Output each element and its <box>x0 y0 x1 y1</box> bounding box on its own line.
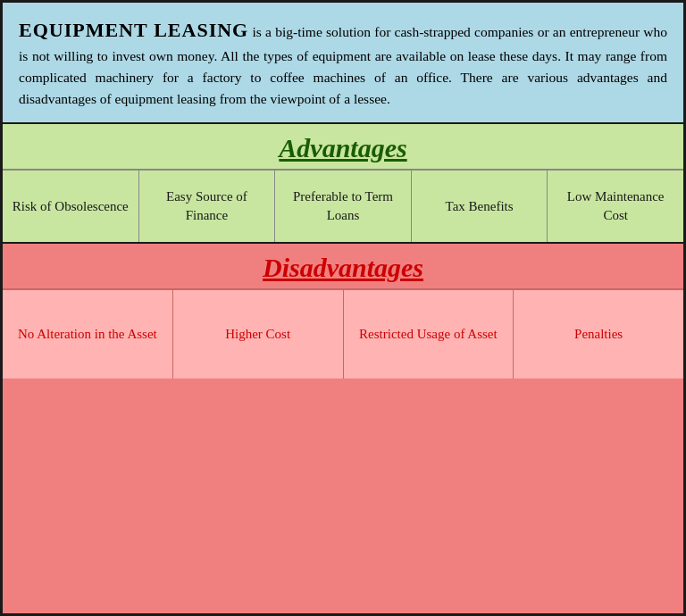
dis-cell-3: Penalties <box>514 289 683 379</box>
disadvantages-grid: No Alteration in the Asset Higher Cost R… <box>3 289 683 379</box>
adv-label-2: Preferable to Term Loans <box>284 187 402 225</box>
adv-cell-3: Tax Benefits <box>412 171 548 242</box>
adv-label-3: Tax Benefits <box>446 197 514 216</box>
advantages-grid: Risk of Obsolescence Easy Source of Fina… <box>3 171 683 242</box>
disadvantages-section: Disadvantages No Alteration in the Asset… <box>3 244 683 613</box>
adv-label-1: Easy Source of Finance <box>148 187 266 225</box>
adv-label-4: Low Maintenance Cost <box>556 187 674 225</box>
header-title: EQUIPMENT LEASING <box>19 19 248 41</box>
adv-cell-1: Easy Source of Finance <box>139 171 276 242</box>
adv-cell-0: Risk of Obsolescence <box>3 171 139 242</box>
dis-cell-2: Restricted Usage of Asset <box>344 289 514 379</box>
dis-label-0: No Alteration in the Asset <box>18 325 157 344</box>
adv-cell-4: Low Maintenance Cost <box>548 171 683 242</box>
dis-label-2: Restricted Usage of Asset <box>359 325 498 344</box>
adv-cell-2: Preferable to Term Loans <box>275 171 412 242</box>
advantages-title: Advantages <box>279 133 406 162</box>
advantages-title-bar: Advantages <box>3 124 683 171</box>
disadvantages-title-bar: Disadvantages <box>3 244 683 289</box>
adv-label-0: Risk of Obsolescence <box>13 197 129 216</box>
advantages-section: Advantages Risk of Obsolescence Easy Sou… <box>3 124 683 244</box>
dis-label-3: Penalties <box>574 325 623 344</box>
dis-cell-0: No Alteration in the Asset <box>3 289 173 379</box>
disadvantages-title: Disadvantages <box>263 253 423 282</box>
header-paragraph: EQUIPMENT LEASING is a big-time solution… <box>19 15 667 110</box>
header-section: EQUIPMENT LEASING is a big-time solution… <box>3 3 683 124</box>
dis-label-1: Higher Cost <box>225 325 290 344</box>
main-container: EQUIPMENT LEASING is a big-time solution… <box>0 0 686 616</box>
dis-cell-1: Higher Cost <box>173 289 344 379</box>
